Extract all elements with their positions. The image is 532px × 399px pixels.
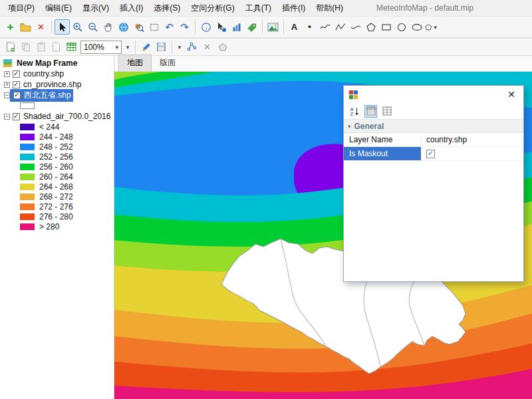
ellipse-tool[interactable] — [409, 19, 424, 35]
more-shapes-button[interactable]: ▾ — [424, 19, 440, 35]
open-file-button[interactable] — [18, 19, 33, 35]
expand-icon[interactable] — [4, 71, 10, 77]
save-button-disabled[interactable] — [154, 39, 169, 55]
legend-item[interactable]: 244 - 248 — [0, 132, 114, 142]
grid-view-button[interactable] — [380, 105, 393, 118]
statistics-tool[interactable] — [229, 19, 244, 35]
layer-checkbox[interactable] — [13, 113, 20, 120]
menu-item-tools[interactable]: 工具(T) — [240, 1, 277, 16]
expand-icon[interactable] — [4, 114, 10, 120]
remove-layer-button[interactable]: ✕ — [33, 19, 49, 35]
edit-features-button[interactable] — [138, 39, 154, 55]
legend-item[interactable]: 248 - 252 — [0, 142, 114, 152]
point-tool[interactable]: ● — [302, 19, 317, 35]
circle-tool[interactable] — [394, 19, 409, 35]
layer-node-country[interactable]: country.shp — [0, 68, 114, 79]
layer-node-shaded-air[interactable]: Shaded_air_700.0_2016 — [0, 111, 114, 122]
tab-map[interactable]: 地图 — [118, 55, 152, 71]
legend-item[interactable]: 272 - 276 — [0, 201, 114, 211]
dialog-titlebar[interactable]: ✕ — [344, 86, 523, 103]
curve-tool[interactable] — [317, 19, 332, 35]
layer-node-xibei-selected[interactable]: 西北五省.shp — [0, 90, 114, 100]
select-rectangle-tool[interactable] — [146, 19, 162, 35]
undo-button[interactable]: ↶ — [162, 19, 177, 35]
legend-item[interactable]: > 280 — [0, 221, 114, 231]
add-layer-button[interactable]: + — [3, 19, 18, 35]
delete-feature-button[interactable]: ✕ — [200, 39, 215, 55]
toolbar-separator — [172, 41, 172, 54]
sort-alphabetical-button[interactable]: AZ — [348, 105, 361, 118]
categorized-view-button[interactable] — [364, 105, 377, 118]
text-tool[interactable]: A — [287, 19, 302, 35]
property-value[interactable]: country.shp — [421, 133, 523, 146]
toolbar-separator — [283, 21, 284, 34]
legend-swatch — [20, 134, 35, 140]
hand-icon — [103, 22, 114, 33]
pan-tool[interactable] — [100, 19, 116, 35]
zoom-to-layer-tool[interactable] — [131, 19, 146, 35]
legend-item[interactable]: 264 - 268 — [0, 182, 114, 192]
zoom-in-tool[interactable] — [70, 19, 85, 35]
legend-item[interactable]: < 244 — [0, 122, 114, 132]
edit-dropdown-button[interactable]: ▾ — [175, 39, 184, 55]
toolbar-separator — [135, 41, 136, 54]
map-frame-node[interactable]: New Map Frame — [0, 58, 114, 68]
snap-button[interactable] — [215, 39, 230, 55]
menu-item-project[interactable]: 项目(P) — [3, 1, 40, 16]
property-row-layer-name[interactable]: Layer Name country.shp — [344, 133, 523, 147]
legend-item[interactable]: 268 - 272 — [0, 192, 114, 201]
layer-panel: New Map Frame country.shp cn_province.sh… — [0, 56, 114, 399]
new-layout-button[interactable] — [3, 39, 18, 55]
maskout-checkbox[interactable] — [426, 150, 435, 158]
select-feature-tool[interactable] — [213, 19, 229, 35]
menu-item-plugins[interactable]: 插件(I) — [277, 1, 311, 16]
zoom-level-combo[interactable]: 100% ▾ — [80, 41, 122, 54]
menu-item-help[interactable]: 帮助(H) — [311, 1, 348, 16]
select-cursor-tool[interactable] — [55, 19, 70, 35]
menu-item-spatial-analysis[interactable]: 空间分析(G) — [186, 1, 239, 16]
property-row-is-maskout[interactable]: Is Maskout — [344, 147, 523, 161]
dashed-rect-icon — [149, 22, 160, 33]
polyline-tool[interactable] — [332, 19, 348, 35]
xibei-legend-symbol-row[interactable] — [0, 100, 114, 111]
layer-checkbox[interactable] — [13, 81, 20, 88]
cursor-arrow-icon — [57, 22, 68, 33]
insert-image-button[interactable] — [265, 19, 281, 35]
legend-item[interactable]: 260 - 264 — [0, 172, 114, 182]
expand-icon[interactable] — [4, 82, 10, 88]
ellipse-icon — [411, 22, 423, 33]
zoom-out-tool[interactable] — [85, 19, 100, 35]
legend-swatch — [20, 154, 35, 160]
zoom-spinner-button[interactable]: ▾ — [123, 39, 132, 55]
menu-item-select[interactable]: 选择(S) — [148, 1, 186, 16]
paste-button-disabled[interactable] — [33, 39, 49, 55]
edit-vertices-button[interactable] — [184, 39, 200, 55]
layer-checkbox[interactable] — [13, 70, 20, 78]
copy-button-disabled[interactable] — [18, 39, 33, 55]
map-canvas[interactable]: ✕ AZ ▾ Gen — [114, 72, 532, 399]
tab-layout[interactable]: 版面 — [152, 55, 184, 71]
rectangle-tool[interactable] — [378, 19, 394, 35]
chevron-down-icon: ▾ — [176, 44, 184, 51]
full-extent-tool[interactable] — [116, 19, 131, 35]
layer-checkbox[interactable] — [13, 92, 21, 99]
legend-item[interactable]: 252 - 256 — [0, 152, 114, 162]
freehand-curve-tool[interactable] — [348, 19, 363, 35]
page-button-disabled[interactable] — [49, 39, 64, 55]
menu-item-view[interactable]: 显示(V) — [77, 1, 114, 16]
globe-icon — [118, 22, 129, 33]
legend-item[interactable]: 256 - 260 — [0, 162, 114, 172]
close-icon[interactable]: ✕ — [505, 88, 518, 100]
redo-button[interactable]: ↷ — [177, 19, 192, 35]
expand-icon[interactable] — [4, 92, 10, 98]
menu-item-edit[interactable]: 编辑(E) — [40, 1, 77, 16]
property-section-header[interactable]: ▾ General — [344, 120, 523, 133]
polygon-tool[interactable] — [363, 19, 378, 35]
menu-item-insert[interactable]: 插入(I) — [114, 1, 148, 16]
legend-item[interactable]: 276 - 280 — [0, 211, 114, 221]
attribute-table-button[interactable] — [64, 39, 79, 55]
property-value — [421, 147, 523, 160]
label-tool[interactable] — [244, 19, 259, 35]
identify-tool[interactable]: i — [198, 19, 213, 35]
hollow-polygon-swatch[interactable] — [20, 102, 35, 109]
